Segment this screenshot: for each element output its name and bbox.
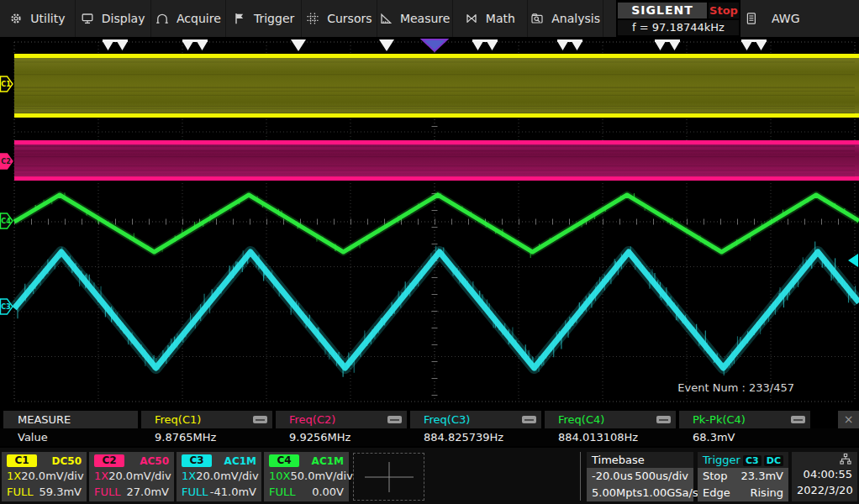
timebase-title: Timebase: [592, 452, 645, 468]
channel-tab[interactable]: C4: [269, 454, 299, 467]
measure-col-freq-c1[interactable]: Freq(C1): [141, 411, 272, 428]
measure-title: MEASURE: [3, 411, 138, 428]
timebase-scale: 500us/div: [635, 468, 688, 485]
menu-item-acquire[interactable]: Acquire: [151, 0, 227, 37]
top-menu-bar: Utility Display Acquire Trigger Cursors …: [0, 0, 859, 37]
offset-value: -41.0mV: [210, 484, 256, 500]
menu-label: Measure: [400, 12, 451, 25]
display-icon: [81, 12, 94, 25]
channel-box-c4[interactable]: C4AC1M 10X50.0mV/div FULL0.00V: [264, 452, 349, 501]
trigger-status: Stop: [703, 468, 728, 485]
svg-text:C2: C2: [1, 158, 10, 165]
channel-tab[interactable]: C1: [7, 454, 37, 467]
trigger-type: Edge: [703, 485, 730, 501]
waveform-display-area[interactable]: C1C2C4C3 Event Num : 233/457: [0, 37, 859, 409]
menu-item-math[interactable]: Math: [453, 0, 529, 37]
menu-item-cursors[interactable]: Cursors: [302, 0, 377, 37]
analysis-search-icon: [530, 12, 544, 25]
menu-label: Math: [486, 12, 515, 25]
event-num-readout: Event Num : 233/457: [677, 381, 794, 394]
crosshair-icon: [363, 460, 415, 494]
measure-value-label: Value: [3, 428, 138, 446]
coupling-label: AC50: [140, 455, 169, 467]
measure-panel: MEASURE Freq(C1) Freq(C2) Freq(C3) Freq(…: [0, 411, 859, 446]
measure-col-freq-c4[interactable]: Freq(C4): [545, 411, 676, 428]
cursors-grid-icon: [306, 12, 319, 25]
menu-label: Trigger: [254, 12, 294, 25]
measure-col-freq-c2[interactable]: Freq(C2): [276, 411, 407, 428]
network-icon[interactable]: [839, 453, 852, 465]
channel-position-marker: C2: [1, 154, 13, 169]
channel-box-c1[interactable]: C1DC50 1X20.0mV/div FULL59.3mV: [2, 452, 87, 501]
scale-value: 20.0mV/div: [108, 468, 171, 484]
brand-block: SIGLENT Stop f = 97.18744kHz: [616, 0, 740, 37]
probe-label: 10X: [269, 468, 290, 484]
menu-item-display[interactable]: Display: [76, 0, 151, 37]
timebase-panel[interactable]: Timebase -20.0us500us/div 5.00Mpts1.00GS…: [587, 452, 693, 501]
probe-label: 1X: [94, 468, 108, 484]
offset-value: 59.3mV: [39, 484, 82, 500]
scale-value: 50.0mV/div: [290, 468, 352, 484]
menu-item-trigger[interactable]: Trigger: [226, 0, 302, 37]
oscilloscope-screen: { "menu": { "items": [ {"label": "Utilit…: [0, 0, 859, 504]
timebase-rate: 1.00GSa/s: [642, 485, 698, 501]
empty-channel-slot[interactable]: [353, 453, 424, 501]
bandwidth-label: FULL: [94, 484, 120, 500]
measure-value-freq-c4: 884.013108Hz: [545, 428, 676, 446]
measure-col-freq-c3[interactable]: Freq(C3): [410, 411, 541, 428]
channel-box-c3[interactable]: C3AC1M 1X20.0mV/div FULL-41.0mV: [177, 452, 261, 501]
awg-button[interactable]: AWG: [744, 0, 800, 37]
coupling-label: AC1M: [224, 455, 256, 467]
measure-value-freq-c3: 884.825739Hz: [410, 428, 541, 446]
scale-value: 20.0mV/div: [21, 468, 83, 484]
measure-header-row: MEASURE Freq(C1) Freq(C2) Freq(C3) Freq(…: [0, 411, 859, 428]
clock-panel: 04:00:55 2022/3/20: [792, 452, 857, 501]
trigger-slope: Rising: [750, 485, 783, 501]
measure-col-pkpk-c4[interactable]: Pk-Pk(C4): [679, 411, 810, 428]
trigger-level: 23.3mV: [740, 468, 783, 485]
channel-tab[interactable]: C3: [182, 454, 212, 467]
menu-label: Cursors: [327, 12, 372, 25]
acquisition-status-badge[interactable]: Stop: [709, 3, 739, 18]
timebase-delay: -20.0us: [592, 468, 633, 485]
close-measure-button[interactable]: ×: [838, 411, 859, 428]
bandwidth-label: FULL: [182, 484, 208, 500]
measure-value-freq-c1: 9.8765MHz: [141, 428, 272, 446]
channel-position-marker: C4: [1, 213, 13, 228]
measure-value-freq-c2: 9.9256MHz: [276, 428, 407, 446]
trigger-coupling-badge: DC: [764, 455, 783, 466]
coupling-label: DC50: [52, 455, 82, 467]
offset-value: 0.00V: [312, 484, 344, 500]
divider: [580, 452, 581, 501]
set-square-icon: [379, 12, 393, 25]
channel-box-c2[interactable]: C2AC50 1X20.0mV/div FULL27.0mV: [89, 452, 174, 501]
gear-icon: [9, 12, 23, 25]
coupling-label: AC1M: [312, 455, 344, 467]
siglent-logo: SIGLENT: [618, 3, 707, 18]
svg-text:C1: C1: [1, 81, 11, 88]
menu: Utility Display Acquire Trigger Cursors …: [0, 0, 603, 37]
channel-position-marker: C3: [1, 299, 13, 314]
remove-measure-button[interactable]: [656, 416, 671, 423]
menu-item-utility[interactable]: Utility: [0, 0, 76, 37]
offset-value: 27.0mV: [126, 484, 169, 500]
menu-label: Utility: [30, 12, 65, 25]
svg-text:C3: C3: [1, 303, 10, 311]
menu-item-analysis[interactable]: Analysis: [528, 0, 603, 37]
menu-item-measure[interactable]: Measure: [377, 0, 453, 37]
menu-label: Display: [102, 12, 145, 25]
remove-measure-button[interactable]: [791, 416, 805, 423]
remove-measure-button[interactable]: [522, 416, 536, 423]
trigger-panel[interactable]: Trigger C3DC Stop23.3mV EdgeRising: [698, 452, 788, 501]
flag-icon: [233, 12, 246, 25]
awg-icon: [744, 12, 757, 25]
channel-tab[interactable]: C2: [94, 454, 124, 467]
remove-measure-button[interactable]: [253, 416, 267, 423]
waveform-canvas[interactable]: C1C2C4C3: [0, 37, 859, 409]
measure-value-pkpk-c4: 68.3mV: [679, 428, 810, 446]
remove-measure-button[interactable]: [387, 416, 402, 423]
bandwidth-label: FULL: [269, 484, 295, 500]
awg-label: AWG: [772, 12, 800, 25]
menu-label: Analysis: [551, 12, 600, 25]
math-bowtie-icon: [465, 12, 478, 25]
